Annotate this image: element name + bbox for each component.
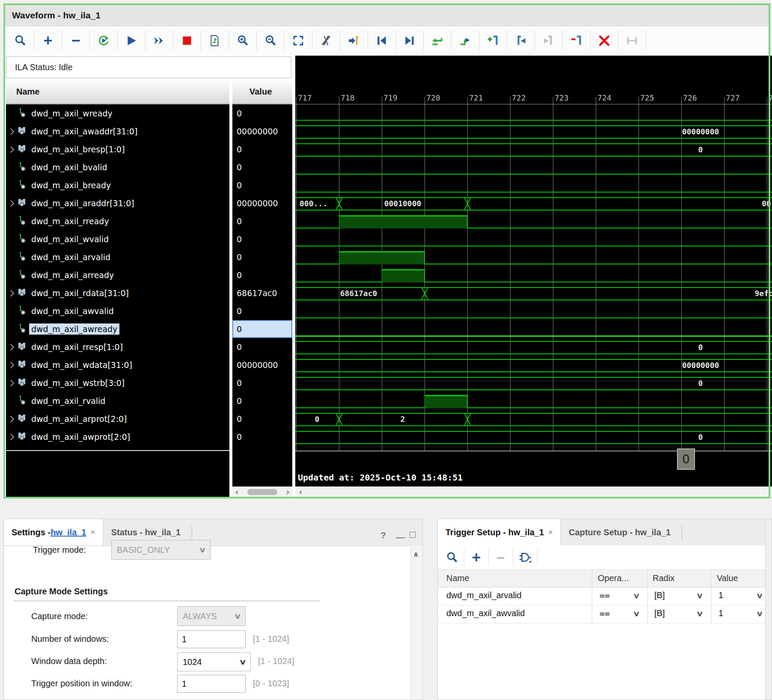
signal-row[interactable]: dwd_m_axil_awready [6,320,229,338]
name-column-header[interactable]: Name [6,80,229,104]
scroll-right-icon[interactable]: › [286,488,290,496]
add-probe-icon[interactable]: + [36,29,59,52]
goto-previous-transition-icon[interactable] [370,29,393,52]
signal-row[interactable]: dwd_m_axil_arvalid [6,248,229,266]
signal-row[interactable]: dwd_m_axil_rvalid [6,392,229,410]
signal-row[interactable]: dwd_m_axil_rready [6,212,229,230]
signal-value-cell[interactable]: 00000000 [232,194,292,212]
chevron-down-icon[interactable]: ∨ [756,591,763,600]
swap-left-icon[interactable] [426,29,449,52]
trigger-probe-row[interactable]: dwd_m_axil_arvalid==∨[B]∨1∨ [438,587,766,605]
signal-row[interactable]: dwd_m_axil_araddr[31:0] [6,194,229,212]
capture-mode-dropdown[interactable]: ALWAYS ∨ [177,606,246,626]
chevron-down-icon[interactable]: ∨ [756,609,763,618]
help-icon[interactable]: ? [380,530,386,540]
stop-trigger-icon[interactable] [175,29,199,52]
rerun-trigger-icon[interactable] [92,29,115,52]
signal-row[interactable]: dwd_m_axil_bresp[1:0] [6,140,229,158]
signal-row[interactable]: dwd_m_axil_wvalid [6,230,229,248]
value-column-header[interactable]: Value [232,80,292,104]
trigger-condition-gate-icon[interactable] [515,548,535,567]
remove-marker-icon[interactable] [565,29,588,52]
signal-name-list[interactable]: dwd_m_axil_wreadydwd_m_axil_awaddr[31:0]… [6,104,229,497]
goto-trigger-icon[interactable] [342,29,365,52]
expand-chevron-icon[interactable] [6,291,17,296]
signal-value-cell[interactable]: 0 [232,140,292,158]
expand-chevron-icon[interactable] [6,201,17,206]
swap-right-icon[interactable] [454,29,477,52]
signal-value-cell[interactable]: 0 [232,212,292,230]
chevron-down-icon[interactable]: ∨ [633,591,640,600]
zoom-out-icon[interactable] [259,29,282,52]
hw-ila-link[interactable]: hw_ila_1 [50,528,86,537]
trigger-mode-dropdown[interactable]: BASIC_ONLY ∨ [111,540,211,560]
waveform-canvas[interactable]: 7177187197207217227237247257267277280000… [295,56,772,486]
tab-capture-setup[interactable]: Capture Setup - hw_ila_1 [561,519,678,546]
run-trigger-immediate-icon[interactable] [148,29,171,52]
zoom-in-icon[interactable] [231,29,254,52]
scroll-left-icon[interactable]: ‹ [235,488,239,496]
add-probe-icon[interactable]: + [466,548,486,567]
depth-dropdown[interactable]: 1024 ∨ [177,653,251,671]
signal-value-cell[interactable]: 0 [232,374,292,392]
tab-settings[interactable]: Settings - hw_ila_1 × [4,519,104,546]
signal-row[interactable]: dwd_m_axil_wready [6,104,229,122]
signal-value-cell[interactable]: 68617ac0 [232,284,292,302]
signal-value-cell[interactable]: 0 [232,248,292,266]
run-trigger-icon[interactable] [120,29,143,52]
value-column-scrollbar[interactable]: ‹ › [232,486,292,497]
signal-value-cell[interactable]: 0 [232,104,292,122]
expand-chevron-icon[interactable] [6,435,17,439]
signal-value-list[interactable]: 00000000000000000000000068617ac000000000… [232,104,292,486]
scroll-left-icon[interactable]: ‹ [299,488,303,496]
signal-value-cell[interactable]: 0 [232,266,292,284]
chevron-down-icon[interactable]: ∨ [633,609,640,618]
signal-row[interactable]: dwd_m_axil_awprot[2:0] [6,428,229,446]
maximize-icon[interactable]: □ [410,528,416,540]
trigger-panel-scrollbar[interactable] [765,519,772,700]
expand-chevron-icon[interactable] [6,363,17,368]
signal-row[interactable]: dwd_m_axil_awaddr[31:0] [6,122,229,140]
signal-row[interactable]: dwd_m_axil_arprot[2:0] [6,410,229,428]
signal-value-cell[interactable]: 0 [232,410,292,428]
signal-row[interactable]: dwd_m_axil_rdata[31:0] [6,284,229,302]
trigger-probe-row[interactable]: dwd_m_axil_awvalid==∨[B]∨1∨ [438,605,766,623]
signal-value-cell[interactable]: 00000000 [232,356,292,374]
signal-row[interactable]: dwd_m_axil_bready [6,176,229,194]
expand-chevron-icon[interactable] [6,129,17,134]
signal-value-cell[interactable]: 00000000 [232,122,292,140]
signal-row[interactable]: dwd_m_axil_arready [6,266,229,284]
remove-probe-icon[interactable]: − [64,29,87,52]
signal-row[interactable]: dwd_m_axil_wstrb[3:0] [6,374,229,392]
signal-value-cell[interactable]: 0 [232,338,292,356]
goto-previous-marker-icon[interactable] [509,29,532,52]
tab-trigger-setup[interactable]: Trigger Setup - hw_ila_1 × [438,519,561,546]
settings-scrollbar[interactable]: ∧ [410,546,422,699]
signal-value-cell[interactable]: 0 [232,302,292,320]
delete-all-markers-icon[interactable] [593,29,616,52]
waveform-window-titlebar[interactable]: Waveform - hw_ila_1 [5,5,770,27]
signal-value-cell[interactable]: 0 [232,176,292,194]
expand-chevron-icon[interactable] [6,381,17,386]
trig-pos-input[interactable] [177,675,246,693]
search-icon[interactable] [442,548,462,567]
signal-value-cell[interactable]: 0 [232,320,292,338]
signal-row[interactable]: dwd_m_axil_wdata[31:0] [6,356,229,374]
signal-value-cell[interactable]: 0 [232,428,292,446]
expand-chevron-icon[interactable] [6,345,17,350]
zoom-fit-icon[interactable] [287,29,310,52]
signal-value-cell[interactable]: 0 [232,158,292,176]
scrollbar-thumb[interactable] [247,489,277,495]
goto-next-transition-icon[interactable] [398,29,421,52]
chevron-down-icon[interactable]: ∨ [696,609,704,618]
signal-value-cell[interactable]: 0 [232,230,292,248]
expand-chevron-icon[interactable] [6,147,17,152]
num-windows-input[interactable] [177,630,246,648]
close-tab-icon[interactable]: × [91,528,95,537]
signal-row[interactable]: dwd_m_axil_rresp[1:0] [6,338,229,356]
signal-row[interactable]: dwd_m_axil_bvalid [6,158,229,176]
disable-crosshair-icon[interactable] [315,29,338,52]
waveform-scrollbar[interactable]: ‹ [295,486,772,497]
minimize-icon[interactable]: — [396,532,405,542]
add-marker-icon[interactable] [481,29,505,52]
